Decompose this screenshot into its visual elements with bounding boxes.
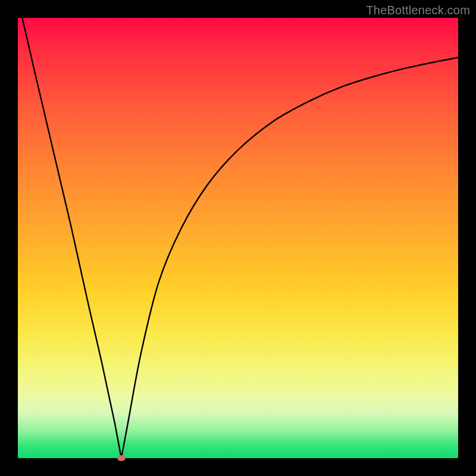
minimum-marker xyxy=(117,455,126,461)
chart-frame: TheBottleneck.com xyxy=(0,0,476,476)
watermark-text: TheBottleneck.com xyxy=(366,4,470,17)
plot-background-gradient xyxy=(18,18,458,458)
